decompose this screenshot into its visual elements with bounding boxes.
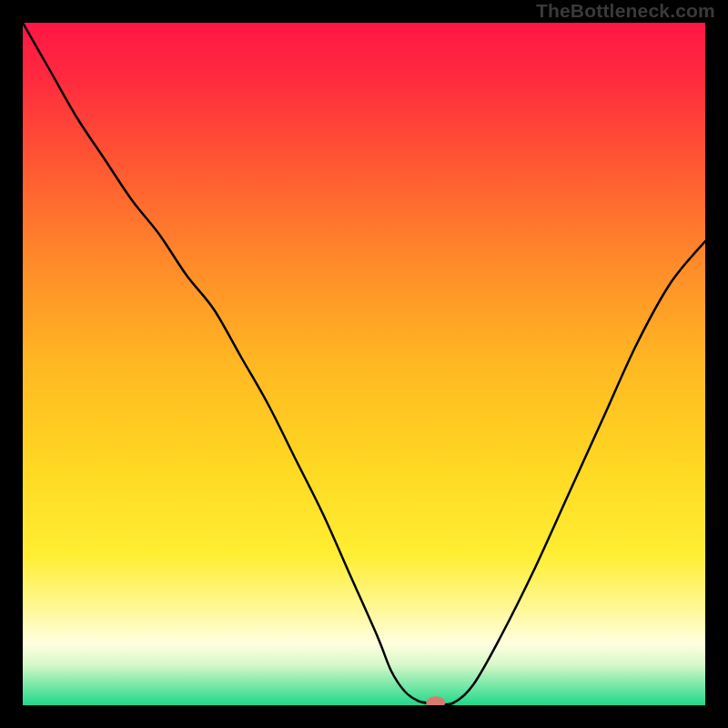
chart-outer: TheBottleneck.com <box>0 0 728 728</box>
plot-area <box>23 23 705 705</box>
watermark-text: TheBottleneck.com <box>536 0 715 22</box>
chart-svg <box>23 23 705 705</box>
plot-background <box>23 23 705 705</box>
